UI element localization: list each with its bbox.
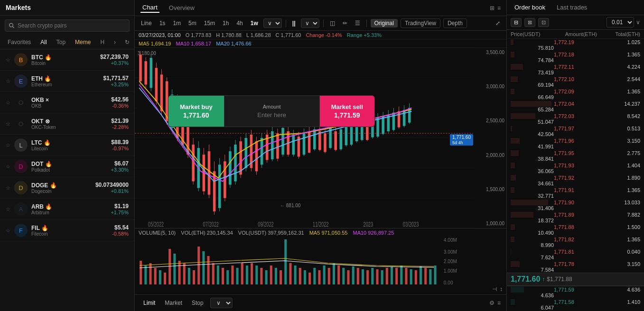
star-icon[interactable]: ☆ — [6, 121, 10, 127]
star-icon[interactable]: ☆ — [6, 164, 10, 170]
svg-rect-158 — [323, 265, 326, 284]
star-icon[interactable]: ☆ — [6, 57, 10, 63]
coin-item-ltc[interactable]: ☆ L LTC 🔥 Litecoin $88.39 -0.97% — [0, 135, 134, 156]
settings-order-icon[interactable]: ⚙ — [489, 300, 495, 306]
order-dropdown[interactable]: ∨ — [210, 298, 233, 308]
search-input[interactable] — [18, 22, 125, 29]
market-sell-btn[interactable]: Market sell 1,771.59 — [320, 96, 374, 127]
coin-fullname: OKB — [31, 103, 111, 109]
tf-4h[interactable]: 4h — [234, 19, 245, 27]
limit-btn[interactable]: Limit — [140, 299, 158, 307]
star-icon[interactable]: ☆ — [6, 228, 10, 234]
svg-rect-164 — [352, 266, 355, 284]
tab-chart[interactable]: Chart — [140, 3, 159, 13]
tf-15m[interactable]: 15m — [202, 19, 217, 27]
settings-icon[interactable]: ≡ — [497, 5, 501, 11]
star-icon[interactable]: ☆ — [6, 142, 10, 148]
line-btn[interactable]: Line — [139, 19, 154, 27]
svg-rect-156 — [313, 268, 316, 284]
market-buy-btn[interactable]: Market buy 1,771.60 — [168, 96, 224, 127]
original-btn[interactable]: Original — [371, 19, 398, 27]
refresh-icon[interactable]: ↻ — [125, 39, 130, 46]
coin-price-value: $0.07349000 — [95, 182, 129, 188]
view-btn-1[interactable]: ⊟ — [511, 18, 522, 27]
sell-amount: 1.890 — [597, 175, 640, 181]
tab-overview[interactable]: Overview — [167, 3, 196, 12]
svg-rect-124 — [159, 270, 161, 284]
grid-icon[interactable]: ⊞ — [490, 5, 495, 11]
coin-item-fil[interactable]: ☆ F FIL 🔥 Filecoin $5.54 -0.58% — [0, 220, 134, 241]
view-btn-2[interactable]: ⊠ — [524, 18, 535, 27]
lines-btn[interactable]: ☰ — [353, 19, 363, 27]
coin-item-arb[interactable]: ☆ A ARB 🔥 Arbitrum $1.19 +1.75% — [0, 199, 134, 220]
stop-btn[interactable]: Stop — [189, 299, 206, 307]
candle-type-btn[interactable]: || — [290, 19, 298, 27]
buy-price: 1,771.58 — [554, 299, 597, 305]
tab-h[interactable]: H — [97, 37, 107, 47]
svg-rect-137 — [222, 268, 224, 284]
current-price-bar: 1,771.60 ↑ $1,771.88 — [507, 273, 644, 286]
svg-rect-177 — [415, 270, 417, 284]
sell-order-row: 1,771.96 3.150 41.991 — [507, 137, 644, 150]
coin-item-dot[interactable]: ☆ D DOT 🔥 Polkadot $6.07 +3.30% — [0, 156, 134, 177]
ma10-info: MA10 1,658.17 — [176, 41, 212, 46]
col-total: Total(ETH) — [597, 31, 640, 37]
tab-more[interactable]: › — [111, 37, 119, 47]
tf-5m[interactable]: 5m — [186, 19, 199, 27]
price-axis: 3,500.00 3,000.00 2,500.00 2,000.00 1,50… — [473, 48, 506, 228]
svg-text:2023: 2023 — [364, 220, 373, 228]
tab-last-trades[interactable]: Last trades — [555, 3, 589, 12]
tf-1w[interactable]: 1w — [248, 19, 261, 27]
amount-dropdown-icon[interactable]: ∨ — [636, 19, 640, 26]
view-btn-3[interactable]: ⊡ — [538, 18, 549, 27]
tab-top[interactable]: Top — [54, 37, 68, 47]
sell-price: 1,771.88 — [554, 224, 597, 230]
coin-logo: D — [14, 181, 28, 194]
expand-btn[interactable]: ⤢ — [493, 19, 503, 27]
tab-all[interactable]: All — [37, 37, 49, 47]
sell-orders-list: 1,772.19 1.025 75.810 1,772.18 1.365 74.… — [507, 39, 644, 273]
buy-order-row: 1,771.59 4.636 4.636 — [507, 286, 644, 299]
coin-price-info: $21.39 -2.28% — [111, 118, 129, 130]
chart-type-btn[interactable]: ◫ — [327, 19, 337, 27]
tab-favorites[interactable]: Favorites — [5, 37, 34, 47]
tf-1h[interactable]: 1h — [220, 19, 231, 27]
coin-symbol: OKB × — [31, 97, 111, 103]
amount-input[interactable] — [232, 111, 312, 119]
sell-order-row: 1,772.04 14.237 65.284 — [507, 101, 644, 113]
search-bar[interactable] — [5, 19, 130, 32]
sell-amount: 7.882 — [597, 212, 640, 218]
sell-total: 51.047 — [511, 119, 554, 125]
svg-rect-146 — [265, 270, 268, 284]
svg-rect-144 — [255, 265, 258, 284]
menu-order-icon[interactable]: ≡ — [497, 300, 501, 306]
tf-1s[interactable]: 1s — [157, 19, 168, 27]
coin-item-okb[interactable]: ☆ O OKB × OKB $42.56 -0.36% — [0, 92, 134, 113]
candle-select[interactable]: ∨ — [301, 18, 319, 28]
star-icon[interactable]: ☆ — [6, 78, 10, 84]
market-btn[interactable]: Market — [162, 299, 185, 307]
volume-area: VOLUME(5, 10) VOL(ETH) 230,145.34 VOL(US… — [135, 228, 506, 294]
trading-btn[interactable]: TradingView — [401, 18, 440, 28]
expand-bottom-icon[interactable]: ↕ — [500, 286, 503, 293]
tf-1m[interactable]: 1m — [170, 19, 183, 27]
depth-btn[interactable]: Depth — [443, 18, 467, 28]
sell-amount: 1.365 — [597, 237, 640, 242]
sell-total: 69.194 — [511, 82, 554, 88]
pencil-btn[interactable]: ✏ — [340, 19, 350, 27]
coin-item-okt[interactable]: ☆ O OKT ⊗ OKC-Token $21.39 -2.28% — [0, 113, 134, 135]
coin-item-eth[interactable]: ☆ E ETH 🔥 Ethereum $1,771.57 +3.25% — [0, 71, 134, 92]
coin-item-btc[interactable]: ☆ B BTC 🔥 Bitcoin $27,239.70 +0.37% — [0, 49, 134, 71]
timeframe-select[interactable]: ∨ — [263, 18, 282, 28]
amount-selector[interactable]: 0.01 — [607, 17, 634, 27]
coin-logo: E — [14, 74, 28, 88]
star-icon[interactable]: ☆ — [6, 185, 10, 191]
star-icon[interactable]: ☆ — [6, 100, 10, 106]
buy-price: 1,771.59 — [554, 287, 597, 293]
sell-total: 38.841 — [511, 156, 554, 162]
star-icon[interactable]: ☆ — [6, 206, 10, 212]
cursor-icon[interactable]: ⊣ — [492, 286, 497, 293]
coin-item-doge[interactable]: ☆ D DOGE 🔥 Dogecoin $0.07349000 +0.81% — [0, 177, 134, 199]
tab-order-book[interactable]: Order book — [513, 3, 547, 12]
tab-meme[interactable]: Meme — [72, 37, 93, 47]
